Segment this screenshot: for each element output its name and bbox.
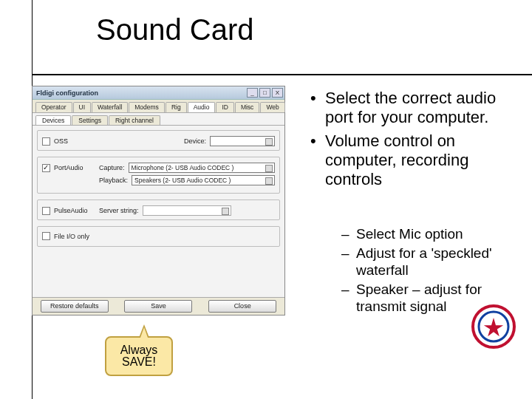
restore-defaults-button[interactable]: Restore defaults bbox=[41, 300, 109, 313]
group-portaudio: PortAudio Capture: Microphone (2- USB Au… bbox=[37, 157, 280, 194]
subtab-devices[interactable]: Devices bbox=[35, 115, 71, 125]
fldigi-config-window: Fldigi configuration _ □ X Operator UI W… bbox=[32, 86, 285, 316]
window-caption: Fldigi configuration bbox=[36, 89, 98, 97]
capture-label: Capture: bbox=[99, 164, 125, 171]
tab-id[interactable]: ID bbox=[216, 102, 234, 112]
subtab-right-channel[interactable]: Right channel bbox=[109, 115, 160, 125]
oss-device-combo[interactable] bbox=[210, 136, 275, 146]
dialog-buttons: Restore defaults Save Close bbox=[33, 297, 284, 315]
tab-ui[interactable]: UI bbox=[73, 102, 92, 112]
bullet-item: Volume control on computer, recording co… bbox=[309, 132, 516, 189]
playback-combo[interactable]: Speakers (2- USB Audio CODEC ) bbox=[132, 175, 275, 185]
playback-label: Playback: bbox=[99, 177, 128, 184]
save-button[interactable]: Save bbox=[124, 300, 192, 313]
maximize-button[interactable]: □ bbox=[259, 88, 270, 98]
window-buttons: _ □ X bbox=[247, 88, 283, 98]
titlebar[interactable]: Fldigi configuration _ □ X bbox=[33, 86, 284, 100]
oss-label: OSS bbox=[54, 137, 95, 145]
horizontal-rule bbox=[32, 74, 532, 75]
server-string-input[interactable] bbox=[143, 205, 231, 216]
tab-rig[interactable]: Rig bbox=[166, 102, 187, 112]
portaudio-checkbox[interactable] bbox=[42, 164, 50, 172]
tab-audio[interactable]: Audio bbox=[188, 102, 216, 112]
portaudio-label: PortAudio bbox=[54, 164, 95, 171]
oss-checkbox[interactable] bbox=[42, 137, 50, 146]
fileio-label: File I/O only bbox=[54, 233, 89, 240]
close-button[interactable]: Close bbox=[208, 300, 276, 313]
sub-bullet-item: Select Mic option bbox=[341, 226, 519, 242]
tab-waterfall[interactable]: Waterfall bbox=[92, 102, 128, 112]
ares-logo bbox=[471, 304, 516, 352]
devices-pane: OSS Device: PortAudio Capture: Microphon… bbox=[33, 126, 284, 299]
sub-tabs: Devices Settings Right channel bbox=[33, 113, 284, 126]
callout-line: Always bbox=[120, 344, 158, 356]
slide: Sound Card Select the correct audio port… bbox=[0, 0, 532, 399]
server-string-label: Server string: bbox=[99, 207, 139, 214]
group-pulseaudio: PulseAudio Server string: bbox=[37, 200, 280, 220]
sub-bullet-item: Adjust for a 'speckled' waterfall bbox=[341, 245, 519, 279]
main-tabs: Operator UI Waterfall Modems Rig Audio I… bbox=[33, 100, 284, 113]
close-window-button[interactable]: X bbox=[272, 88, 283, 98]
callout-always-save: Always SAVE! bbox=[105, 336, 173, 376]
tab-misc[interactable]: Misc bbox=[235, 102, 259, 112]
group-fileio: File I/O only bbox=[37, 226, 280, 247]
pulseaudio-label: PulseAudio bbox=[54, 207, 95, 214]
bullet-list: Select the correct audio port for your c… bbox=[309, 89, 516, 194]
fileio-checkbox[interactable] bbox=[42, 232, 50, 240]
slide-title: Sound Card bbox=[96, 13, 253, 47]
minimize-button[interactable]: _ bbox=[247, 88, 258, 98]
pulseaudio-checkbox[interactable] bbox=[42, 207, 50, 215]
capture-combo[interactable]: Microphone (2- USB Audio CODEC ) bbox=[129, 163, 275, 173]
callout-line: SAVE! bbox=[122, 356, 156, 368]
bullet-item: Select the correct audio port for your c… bbox=[309, 89, 516, 127]
oss-device-label: Device: bbox=[184, 137, 206, 145]
tab-web[interactable]: Web bbox=[260, 102, 284, 112]
tab-operator[interactable]: Operator bbox=[35, 102, 72, 112]
group-oss: OSS Device: bbox=[37, 130, 280, 151]
subtab-settings[interactable]: Settings bbox=[72, 115, 108, 125]
tab-modems[interactable]: Modems bbox=[129, 102, 165, 112]
